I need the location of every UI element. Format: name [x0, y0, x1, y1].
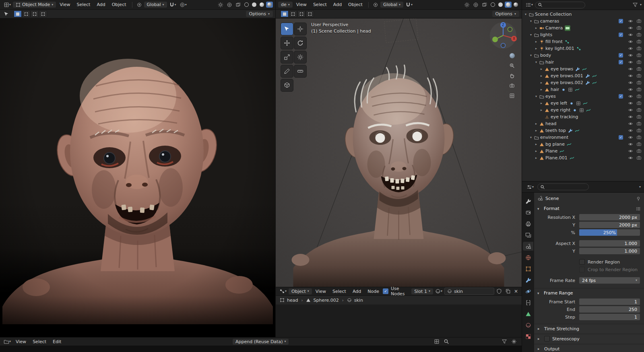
outliner-item-label[interactable]: hair	[545, 60, 554, 65]
select-box-tool[interactable]	[281, 23, 293, 35]
disclosure-arrow[interactable]: ▸	[534, 40, 538, 43]
new-material-copy-icon[interactable]	[504, 288, 512, 294]
hide-eye-icon[interactable]	[628, 142, 633, 147]
menu-add[interactable]: Add	[94, 2, 108, 7]
show-gizmo-icon[interactable]	[217, 2, 225, 8]
dot-blue-badge-icon[interactable]	[561, 87, 566, 92]
frame-start-field[interactable]: 1	[579, 298, 640, 305]
camera-view-icon[interactable]	[509, 83, 515, 89]
outliner-item-label[interactable]: eye tracking	[551, 114, 578, 119]
collection-checkbox[interactable]: ✓	[619, 19, 623, 23]
filter-funnel-icon[interactable]	[502, 339, 507, 344]
render-visibility-icon[interactable]	[636, 101, 642, 106]
fake-user-shield-icon[interactable]	[495, 288, 503, 294]
outliner-item-label[interactable]: fill front	[545, 39, 563, 44]
hide-eye-icon[interactable]	[628, 73, 633, 78]
editor-type-icon[interactable]: ▾	[2, 2, 12, 8]
disclosure-arrow[interactable]: ▾	[534, 60, 538, 64]
outliner-row[interactable]: ▸eye left	[522, 100, 644, 107]
outliner-row[interactable]: ▾environment✓	[522, 134, 644, 141]
solid-shading-icon[interactable]	[497, 2, 504, 8]
outliner-row[interactable]: ▸Plane	[522, 148, 644, 154]
wrench-blue-badge-icon[interactable]	[585, 80, 590, 85]
outliner-row[interactable]: ▾lights✓	[522, 31, 644, 38]
curve-teal-badge-icon[interactable]	[567, 142, 572, 147]
active-tool-icon[interactable]	[2, 11, 10, 17]
disclosure-arrow[interactable]: ▸	[539, 108, 543, 112]
orientation-dropdown[interactable]: Global▾	[380, 2, 403, 8]
aspect-x-field[interactable]: 1.000	[579, 240, 640, 247]
disclosure-arrow[interactable]: ▾	[529, 19, 533, 23]
editor-type-icon[interactable]: ▾	[2, 339, 12, 344]
curve-teal-badge-icon[interactable]	[582, 67, 587, 72]
outliner-row[interactable]: ▾body✓	[522, 52, 644, 59]
dot-blue-badge-icon[interactable]	[572, 108, 577, 113]
menu-node[interactable]: Node	[365, 289, 382, 294]
collection-checkbox[interactable]: ✓	[619, 60, 623, 64]
curve-teal-badge-icon[interactable]	[570, 156, 574, 161]
constraints-properties-tab[interactable]	[523, 298, 533, 307]
curve-teal-badge-icon[interactable]	[575, 87, 580, 92]
search-icon[interactable]	[444, 339, 449, 344]
outliner-item-label[interactable]: bg plane	[545, 142, 565, 147]
menu-select[interactable]: Select	[310, 2, 330, 7]
outliner-item-label[interactable]: lights	[540, 32, 552, 37]
hide-eye-icon[interactable]	[628, 128, 633, 133]
show-gizmo-icon[interactable]	[463, 2, 471, 8]
outliner-item-label[interactable]: eye brows.001	[551, 73, 583, 78]
curve-teal-badge-icon[interactable]	[592, 80, 597, 85]
film-green-badge-icon[interactable]	[565, 25, 570, 31]
wrench-blue-badge-icon[interactable]	[585, 74, 590, 78]
time-stretching-panel-header[interactable]: ▸Time Stretching	[534, 324, 644, 333]
hide-eye-icon[interactable]	[628, 114, 633, 119]
modifiers-properties-tab[interactable]	[523, 276, 533, 284]
render-visibility-icon[interactable]	[636, 53, 642, 58]
disclosure-arrow[interactable]: ▸	[534, 47, 538, 50]
shader-node-canvas[interactable]	[275, 305, 522, 337]
outliner-item-label[interactable]: eye right	[551, 107, 570, 113]
hide-eye-icon[interactable]	[628, 101, 633, 106]
select-mode-new[interactable]	[281, 10, 289, 17]
snap-magnet-icon[interactable]: ▾	[168, 2, 178, 8]
outliner-item-label[interactable]: Scene Collection	[535, 12, 572, 17]
render-visibility-icon[interactable]	[636, 142, 642, 147]
render-visibility-icon[interactable]	[636, 121, 642, 126]
outliner-search-input[interactable]	[544, 2, 582, 8]
outliner-item-label[interactable]: cameras	[540, 19, 559, 24]
chevron-down-icon[interactable]: ▾	[639, 185, 641, 189]
snap-magnet-icon[interactable]: ▾	[404, 2, 414, 8]
outliner-item-label[interactable]: Plane	[545, 148, 557, 154]
nodes-teal-badge-icon[interactable]	[576, 46, 581, 51]
outliner-row[interactable]: ▸Plane.001	[522, 154, 644, 161]
render-visibility-icon[interactable]	[636, 60, 642, 65]
render-viewport[interactable]	[0, 19, 275, 337]
disclosure-arrow[interactable]: ▸	[539, 67, 543, 71]
orientation-dropdown[interactable]: Global▾	[144, 2, 167, 8]
panel-menu-icon[interactable]	[636, 206, 641, 211]
render-visibility-icon[interactable]	[636, 25, 642, 31]
hide-eye-icon[interactable]	[628, 87, 633, 92]
outliner-item-label[interactable]: eye brows	[551, 66, 573, 72]
curve-teal-badge-icon[interactable]	[592, 74, 597, 78]
outliner-item-label[interactable]: teeth top	[545, 128, 566, 133]
render-visibility-icon[interactable]	[636, 148, 642, 154]
browse-material-icon[interactable]: ▾	[434, 288, 444, 294]
physics-properties-tab[interactable]	[523, 287, 533, 296]
crop-to-render-region-checkbox[interactable]	[579, 267, 585, 272]
menu-select[interactable]: Select	[330, 289, 349, 294]
outliner-item-label[interactable]: head	[545, 121, 556, 126]
chevron-down-icon[interactable]: ▾	[640, 3, 642, 6]
render-visibility-icon[interactable]	[636, 39, 642, 44]
disclosure-arrow[interactable]: ▸	[534, 156, 538, 160]
overlays-icon[interactable]	[225, 2, 233, 8]
outliner-row[interactable]: ▸eye brows.002	[522, 79, 644, 86]
disclosure-arrow[interactable]: ▸	[539, 81, 543, 84]
outliner-row[interactable]: ▾hair✓	[522, 59, 644, 66]
cursor-tool[interactable]	[294, 23, 307, 35]
select-mode-new[interactable]	[14, 10, 22, 17]
rendered-shading-icon[interactable]	[512, 2, 519, 8]
disclosure-arrow[interactable]: ▸	[534, 26, 538, 30]
transform-tool[interactable]	[294, 51, 307, 64]
disclosure-arrow[interactable]: ▾	[529, 54, 533, 57]
disclosure-arrow[interactable]: ▸	[539, 88, 543, 91]
